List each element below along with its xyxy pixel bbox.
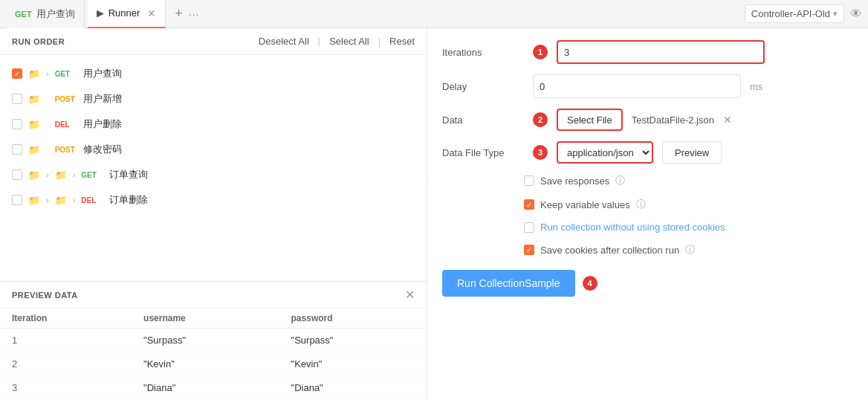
folder-icon: 📁 — [28, 119, 40, 130]
list-item[interactable]: 📁 › POST 用户新增 — [0, 86, 427, 112]
delay-input[interactable] — [533, 74, 741, 98]
folder-icon-2: 📁 — [55, 170, 67, 181]
run-without-cookies-row: Run collection without using stored cook… — [442, 222, 853, 233]
run-order-header: RUN ORDER Deselect All | Select All | Re… — [0, 28, 427, 55]
data-file-type-label: Data File Type — [442, 147, 524, 158]
right-panel: Iterations 1 Delay ms Data 2 Select File… — [427, 28, 868, 400]
chevron-icon-2: › — [73, 196, 76, 204]
preview-section: PREVIEW DATA ✕ Iteration username passwo… — [0, 281, 427, 400]
save-cookies-checkbox[interactable]: ✓ — [524, 245, 534, 255]
iterations-step-badge: 1 — [533, 45, 548, 59]
tab-actions: + ··· — [175, 6, 199, 22]
request-list: ✓ 📁 › GET 用户查询 📁 › POST 用户新增 📁 › DEL 用户 — [0, 55, 427, 281]
checkbox-6[interactable] — [12, 195, 22, 205]
main-layout: RUN ORDER Deselect All | Select All | Re… — [0, 28, 868, 400]
run-order-title: RUN ORDER — [12, 37, 65, 46]
save-responses-checkbox[interactable] — [524, 175, 534, 186]
reset-button[interactable]: Reset — [389, 36, 415, 47]
method-badge: POST — [55, 95, 77, 103]
select-all-button[interactable]: Select All — [329, 36, 369, 47]
table-row: 2 "Kevin" "Kevin" — [0, 352, 427, 376]
run-without-cookies-label: Run collection without using stored cook… — [540, 222, 725, 233]
tab-runner[interactable]: ▶ Runner ✕ — [88, 0, 166, 28]
env-selector-label: Controller-API-Old — [751, 8, 830, 19]
run-collection-button[interactable]: Run CollectionSample — [442, 270, 575, 297]
chevron-icon: › — [46, 69, 49, 78]
list-item[interactable]: 📁 › POST 修改密码 — [0, 137, 427, 162]
tab-runner-label: Runner — [108, 7, 140, 19]
col-header-password: password — [279, 309, 427, 329]
tab-get-label: 用户查询 — [36, 7, 75, 21]
list-item[interactable]: 📁 › DEL 用户删除 — [0, 112, 427, 137]
run-without-cookies-checkbox[interactable] — [524, 222, 534, 233]
tab-get[interactable]: GET 用户查询 — [6, 0, 85, 28]
chevron-icon: › — [46, 196, 49, 204]
save-responses-info-icon[interactable]: ⓘ — [615, 174, 625, 187]
method-badge: GET — [55, 70, 77, 78]
file-name-label: TestDataFile-2.json — [632, 114, 714, 126]
list-item[interactable]: 📁 › 📁 › GET 订单查询 — [0, 162, 427, 187]
chevron-icon: › — [46, 170, 49, 179]
run-order-actions: Deselect All | Select All | Reset — [259, 36, 415, 47]
list-item[interactable]: ✓ 📁 › GET 用户查询 — [0, 61, 427, 86]
checkbox-4[interactable] — [12, 144, 22, 155]
keep-variable-info-icon[interactable]: ⓘ — [636, 198, 646, 211]
preview-close-button[interactable]: ✕ — [405, 288, 415, 302]
method-badge: DEL — [55, 120, 77, 129]
chevron-icon-2: › — [73, 170, 76, 179]
cell-password-1: "Surpass" — [279, 329, 427, 352]
tab-bar-right: Controller-API-Old ▾ 👁 — [745, 4, 862, 23]
eye-icon[interactable]: 👁 — [850, 7, 862, 21]
deselect-all-button[interactable]: Deselect All — [259, 36, 309, 47]
delay-suffix: ms — [750, 81, 762, 92]
left-panel: RUN ORDER Deselect All | Select All | Re… — [0, 28, 427, 400]
remove-file-button[interactable]: ✕ — [723, 114, 732, 126]
folder-icon: 📁 — [28, 144, 40, 155]
folder-icon-2: 📁 — [55, 195, 67, 206]
save-responses-label: Save responses — [540, 175, 609, 187]
data-step-badge: 2 — [533, 112, 548, 127]
folder-icon: 📁 — [28, 68, 40, 80]
data-file-type-select[interactable]: application/json text/csv — [557, 141, 653, 164]
cell-password-2: "Kevin" — [279, 352, 427, 376]
close-icon[interactable]: ✕ — [147, 7, 156, 19]
chevron-down-icon: ▾ — [833, 9, 838, 19]
iterations-input[interactable] — [557, 40, 765, 64]
method-badge: GET — [81, 171, 103, 179]
folder-icon: 📁 — [28, 170, 40, 181]
cell-username-1: "Surpass" — [132, 329, 279, 352]
keep-variable-row: ✓ Keep variable values ⓘ — [442, 198, 853, 211]
table-row: 1 "Surpass" "Surpass" — [0, 329, 427, 352]
checkbox-2[interactable] — [12, 94, 22, 104]
preview-table: Iteration username password 1 "Surpass" … — [0, 309, 427, 400]
folder-icon: 📁 — [28, 195, 40, 206]
keep-variable-label: Keep variable values — [540, 199, 630, 210]
table-row: 3 "Diana" "Diana" — [0, 376, 427, 400]
save-cookies-info-icon[interactable]: ⓘ — [685, 243, 695, 257]
col-header-iteration: Iteration — [0, 309, 132, 329]
preview-button[interactable]: Preview — [662, 141, 722, 164]
data-file-type-step-badge: 3 — [533, 145, 548, 160]
more-tabs-button[interactable]: ··· — [189, 8, 200, 20]
cell-iteration-3: 3 — [0, 376, 132, 400]
env-selector[interactable]: Controller-API-Old ▾ — [745, 4, 844, 23]
select-file-button[interactable]: Select File — [557, 109, 623, 131]
cell-iteration-1: 1 — [0, 329, 132, 352]
save-cookies-row: ✓ Save cookies after collection run ⓘ — [442, 243, 853, 257]
cell-password-3: "Diana" — [279, 376, 427, 400]
checkbox-3[interactable] — [12, 119, 22, 129]
request-name: 用户删除 — [83, 117, 122, 131]
preview-header: PREVIEW DATA ✕ — [0, 282, 427, 309]
request-name: 用户查询 — [83, 67, 122, 80]
save-responses-row: Save responses ⓘ — [442, 174, 853, 187]
checkbox-1[interactable]: ✓ — [12, 68, 22, 79]
keep-variable-checkbox[interactable]: ✓ — [524, 199, 534, 210]
list-item[interactable]: 📁 › 📁 › DEL 订单删除 — [0, 187, 427, 213]
preview-title: PREVIEW DATA — [12, 291, 78, 300]
annotation-arrow — [427, 167, 435, 189]
method-badge-get: GET — [15, 10, 32, 19]
add-tab-button[interactable]: + — [175, 6, 183, 22]
runner-play-icon: ▶ — [97, 7, 104, 19]
data-file-type-row: Data File Type 3 application/json text/c… — [442, 141, 853, 164]
checkbox-5[interactable] — [12, 170, 22, 180]
